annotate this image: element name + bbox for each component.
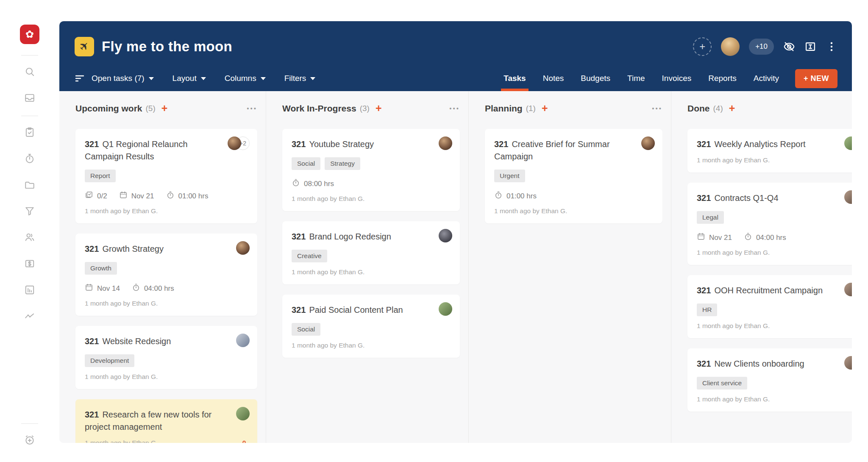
task-card[interactable]: 321Brand Logo RedesignCreative1 month ag… bbox=[282, 221, 460, 284]
sidebar-divider bbox=[21, 55, 38, 56]
task-card[interactable]: 321Creative Brief for Summar CampaignUrg… bbox=[485, 129, 662, 223]
task-card[interactable]: 321Growth StrategyGrowthNov 1404:00 hrs1… bbox=[75, 234, 257, 316]
time-estimate-value: 01:00 hrs bbox=[178, 192, 209, 200]
tag-list: SocialStrategy bbox=[292, 157, 451, 170]
new-button[interactable]: + NEW bbox=[795, 69, 837, 88]
sidebar-item-invoices[interactable] bbox=[24, 259, 36, 270]
more-members-badge[interactable]: +10 bbox=[749, 39, 774, 55]
add-task-icon[interactable]: + bbox=[542, 103, 548, 114]
eye-off-icon[interactable] bbox=[783, 41, 795, 53]
trend-line-icon bbox=[24, 311, 35, 323]
board-column: Planning(1)+•••321Creative Brief for Sum… bbox=[469, 91, 671, 443]
sidebar-item-search[interactable] bbox=[24, 67, 36, 78]
column-count: (1) bbox=[526, 104, 536, 113]
column-menu-icon[interactable]: ••• bbox=[247, 105, 257, 112]
project-title: Fly me to the moon bbox=[102, 39, 232, 55]
card-footer: 1 month ago by Ethan G. bbox=[85, 373, 248, 381]
task-card[interactable]: 321Youtube StrategySocialStrategy08:00 h… bbox=[282, 129, 460, 211]
sidebar-item-activity[interactable] bbox=[24, 311, 36, 323]
task-card[interactable]: 321Q1 Regional Relaunch Campaign Results… bbox=[75, 129, 257, 223]
tab-budgets[interactable]: Budgets bbox=[580, 66, 611, 91]
menu-layout[interactable]: Layout bbox=[172, 74, 206, 83]
chevron-down-icon bbox=[310, 77, 315, 80]
project-icon: ✈ bbox=[75, 37, 94, 56]
sidebar-item-time[interactable] bbox=[24, 153, 36, 165]
card-list: 321Weekly Analytics Report1 month ago by… bbox=[687, 129, 852, 412]
add-task-icon[interactable]: + bbox=[161, 103, 168, 114]
tab-activity[interactable]: Activity bbox=[753, 66, 780, 91]
task-card[interactable]: 321Website RedesignDevelopment1 month ag… bbox=[75, 326, 257, 389]
task-number: 321 bbox=[494, 139, 508, 149]
assignee-group bbox=[236, 334, 250, 347]
sidebar-item-team[interactable] bbox=[24, 232, 36, 244]
assignee-avatar bbox=[844, 356, 852, 370]
flower-logo-icon: ✿ bbox=[25, 28, 34, 40]
sidebar: ✿ bbox=[0, 0, 59, 462]
menu-open-tasks[interactable]: Open tasks (7) bbox=[92, 74, 154, 83]
due-date-meta: Nov 14 bbox=[85, 283, 120, 294]
kanban-board: Upcoming work(5)+•••321Q1 Regional Relau… bbox=[59, 91, 852, 443]
sidebar-item-filters[interactable] bbox=[24, 206, 36, 218]
menu-filters[interactable]: Filters bbox=[284, 74, 316, 83]
tab-notes[interactable]: Notes bbox=[542, 66, 565, 91]
task-meta: 01:00 hrs bbox=[494, 191, 653, 201]
task-card[interactable]: 321Weekly Analytics Report1 month ago by… bbox=[687, 129, 852, 173]
card-footer: 1 month ago by Ethan G. bbox=[697, 249, 852, 256]
sidebar-item-files[interactable] bbox=[24, 180, 36, 192]
assignee-avatar bbox=[844, 136, 852, 150]
menu-columns[interactable]: Columns bbox=[225, 74, 266, 83]
stopwatch-icon bbox=[24, 153, 35, 166]
time-icon bbox=[744, 232, 752, 243]
task-title: 321Contracts Q1-Q4 bbox=[697, 192, 852, 204]
column-menu-icon[interactable]: ••• bbox=[652, 105, 662, 112]
tag-list: Growth bbox=[85, 262, 248, 275]
tag: Social bbox=[292, 157, 320, 170]
column-header: Done(4)+••• bbox=[687, 103, 852, 114]
column-menu-icon[interactable]: ••• bbox=[449, 105, 460, 112]
task-card[interactable]: 321Contracts Q1-Q4LegalNov 2104:00 hrs1 … bbox=[687, 183, 852, 265]
user-avatar[interactable] bbox=[721, 37, 740, 56]
app-window: ✈ Fly me to the moon + +10 bbox=[59, 21, 852, 443]
task-title: 321Brand Logo Redesign bbox=[292, 231, 451, 243]
assignee-group bbox=[844, 136, 852, 150]
task-number: 321 bbox=[697, 193, 711, 203]
sidebar-divider bbox=[21, 423, 38, 424]
folder-icon bbox=[24, 179, 35, 192]
tab-time[interactable]: Time bbox=[626, 66, 646, 91]
task-number: 321 bbox=[85, 337, 99, 346]
add-member-button[interactable]: + bbox=[693, 37, 712, 56]
task-card[interactable]: 321Paid Social Content PlanSocial1 month… bbox=[282, 295, 460, 358]
sidebar-item-tasks[interactable] bbox=[24, 127, 36, 139]
tab-invoices[interactable]: Invoices bbox=[661, 66, 693, 91]
add-task-icon[interactable]: + bbox=[729, 103, 735, 114]
due-date-meta: Nov 21 bbox=[697, 232, 732, 243]
project-header: ✈ Fly me to the moon + +10 bbox=[59, 21, 852, 91]
sidebar-item-reports[interactable] bbox=[24, 285, 36, 297]
due-date-value: Nov 21 bbox=[131, 192, 154, 200]
card-footer: 1 month ago by Ethan G. bbox=[697, 395, 852, 403]
task-card[interactable]: 321Research a few new tools for project … bbox=[75, 399, 257, 443]
task-card[interactable]: 321New Clients onboardingClient service1… bbox=[687, 348, 852, 412]
task-title: 321Creative Brief for Summar Campaign bbox=[494, 138, 653, 163]
sidebar-item-timer[interactable] bbox=[24, 435, 36, 447]
time-icon bbox=[132, 283, 140, 294]
assignee-avatar bbox=[439, 229, 452, 242]
text-box-icon[interactable] bbox=[804, 41, 816, 53]
kebab-menu-icon[interactable] bbox=[826, 41, 837, 53]
tag-list: Report bbox=[85, 170, 248, 182]
sidebar-item-inbox[interactable] bbox=[24, 93, 36, 105]
tag: Strategy bbox=[325, 157, 360, 170]
assignee-group bbox=[844, 283, 852, 296]
app-logo[interactable]: ✿ bbox=[20, 25, 39, 44]
tab-tasks[interactable]: Tasks bbox=[503, 66, 526, 91]
assignee-avatar bbox=[844, 190, 852, 204]
tag-list: Social bbox=[292, 323, 451, 336]
task-card[interactable]: 321OOH Recruitment CampaignHR1 month ago… bbox=[687, 275, 852, 338]
add-task-icon[interactable]: + bbox=[376, 103, 382, 114]
tag-list: Creative bbox=[292, 250, 451, 262]
assignee-avatar bbox=[439, 136, 452, 150]
task-title: 321New Clients onboarding bbox=[697, 358, 852, 370]
tab-reports[interactable]: Reports bbox=[707, 66, 737, 91]
chevron-down-icon bbox=[201, 77, 206, 80]
column-count: (3) bbox=[360, 104, 370, 113]
